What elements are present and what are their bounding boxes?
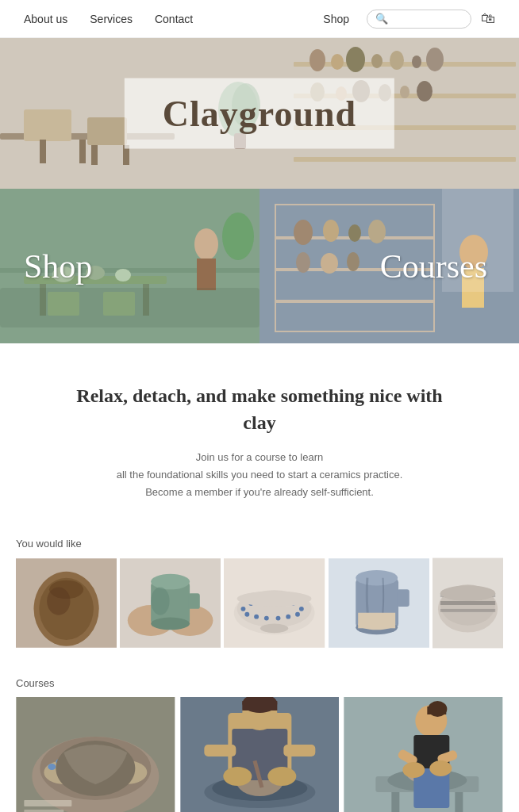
svg-rect-130	[392, 792, 400, 812]
product-image-2	[120, 557, 221, 649]
svg-rect-131	[456, 792, 463, 812]
course-thumb-1	[16, 697, 175, 812]
svg-point-52	[321, 253, 338, 274]
product-item[interactable]	[16, 557, 117, 649]
shop-panel-label: Shop	[24, 247, 92, 285]
you-would-like-section: You would like	[0, 525, 519, 665]
svg-point-90	[356, 570, 398, 586]
svg-rect-111	[24, 800, 71, 806]
tagline-heading: Relax, detach, and make something nice w…	[63, 383, 456, 436]
nav-right: Shop 🔍 🛍	[323, 10, 495, 29]
svg-rect-31	[40, 284, 46, 316]
svg-rect-100	[440, 609, 495, 612]
svg-rect-94	[358, 613, 395, 629]
svg-point-50	[368, 220, 386, 243]
svg-point-85	[296, 612, 301, 617]
svg-point-84	[286, 615, 291, 619]
product-image-1	[16, 557, 117, 649]
svg-rect-36	[48, 292, 79, 316]
cart-icon[interactable]: 🛍	[481, 10, 495, 27]
product-item[interactable]	[120, 557, 221, 649]
courses-section: Courses	[0, 665, 519, 812]
hero-title-box: Clayground	[125, 79, 394, 149]
product-item[interactable]	[432, 557, 503, 649]
svg-rect-37	[103, 292, 135, 316]
course-thumb-3	[344, 697, 503, 812]
svg-rect-8	[294, 62, 516, 67]
svg-rect-120	[204, 745, 236, 756]
svg-point-73	[241, 607, 246, 611]
nav-services[interactable]: Services	[90, 13, 133, 25]
svg-rect-5	[79, 140, 86, 163]
svg-rect-121	[283, 745, 315, 756]
svg-point-68	[151, 618, 190, 630]
svg-rect-4	[40, 140, 46, 163]
course-thumb-2	[180, 697, 340, 812]
svg-point-142	[403, 762, 425, 778]
svg-point-66	[151, 574, 190, 590]
search-icon: 🔍	[375, 13, 388, 25]
tagline-section: Relax, detach, and make something nice w…	[0, 343, 519, 525]
courses-panel[interactable]: Courses	[260, 189, 519, 343]
product-image-3	[224, 557, 325, 649]
svg-rect-99	[440, 601, 495, 605]
svg-rect-91	[397, 590, 409, 607]
svg-rect-2	[24, 109, 71, 141]
nav-about[interactable]: About us	[24, 13, 67, 25]
product-item[interactable]	[329, 557, 429, 649]
svg-point-123	[267, 767, 296, 786]
hero-title: Clayground	[163, 93, 356, 135]
search-bar: 🔍	[367, 10, 471, 29]
nav-shop[interactable]: Shop	[323, 13, 349, 25]
svg-point-16	[390, 51, 404, 70]
nav-contact[interactable]: Contact	[155, 13, 193, 25]
product-row	[16, 557, 503, 649]
svg-point-53	[347, 252, 359, 271]
svg-point-80	[245, 612, 250, 617]
svg-point-101	[440, 586, 495, 602]
svg-point-122	[223, 767, 252, 786]
search-input[interactable]	[391, 13, 463, 25]
svg-point-86	[237, 592, 312, 607]
svg-rect-137	[428, 707, 447, 714]
tagline-body: Join us for a course to learn all the fo…	[63, 449, 456, 501]
svg-rect-46	[275, 300, 434, 303]
svg-point-83	[276, 616, 281, 621]
svg-point-14	[346, 47, 365, 72]
svg-point-81	[255, 615, 260, 619]
course-card-wheel1[interactable]: 3 Weeks intro Wheel	[180, 697, 340, 812]
product-image-5	[432, 557, 503, 649]
svg-rect-6	[91, 145, 98, 165]
svg-point-82	[264, 616, 269, 621]
shop-courses-panels: Shop Courses	[0, 189, 519, 343]
svg-point-23	[400, 86, 409, 98]
svg-rect-32	[143, 284, 149, 316]
nav-links: About us Services Contact	[24, 13, 193, 25]
course-card-wheel2[interactable]: 3 Weeks intro Wheel	[344, 697, 503, 812]
product-item[interactable]	[224, 557, 325, 649]
svg-point-48	[323, 220, 339, 242]
svg-point-61	[47, 588, 70, 615]
courses-row: Hand-building	[16, 697, 503, 812]
course-card-handbuilding[interactable]: Hand-building	[16, 697, 175, 812]
svg-point-15	[371, 54, 383, 68]
courses-panel-label: Courses	[380, 247, 487, 285]
svg-point-87	[260, 624, 288, 634]
svg-point-24	[417, 81, 432, 102]
svg-point-17	[412, 56, 421, 68]
svg-point-49	[348, 224, 361, 242]
svg-point-51	[296, 252, 310, 273]
svg-rect-67	[188, 594, 200, 610]
svg-point-12	[309, 49, 325, 71]
svg-point-47	[294, 220, 313, 245]
shop-panel[interactable]: Shop	[0, 189, 260, 343]
you-would-like-label: You would like	[16, 538, 503, 550]
svg-point-13	[331, 54, 344, 70]
svg-rect-11	[294, 157, 516, 162]
svg-point-18	[426, 48, 444, 71]
svg-point-143	[430, 760, 452, 776]
courses-label: Courses	[16, 677, 503, 689]
svg-rect-3	[87, 117, 127, 145]
svg-rect-126	[242, 701, 277, 710]
product-image-4	[329, 557, 429, 649]
